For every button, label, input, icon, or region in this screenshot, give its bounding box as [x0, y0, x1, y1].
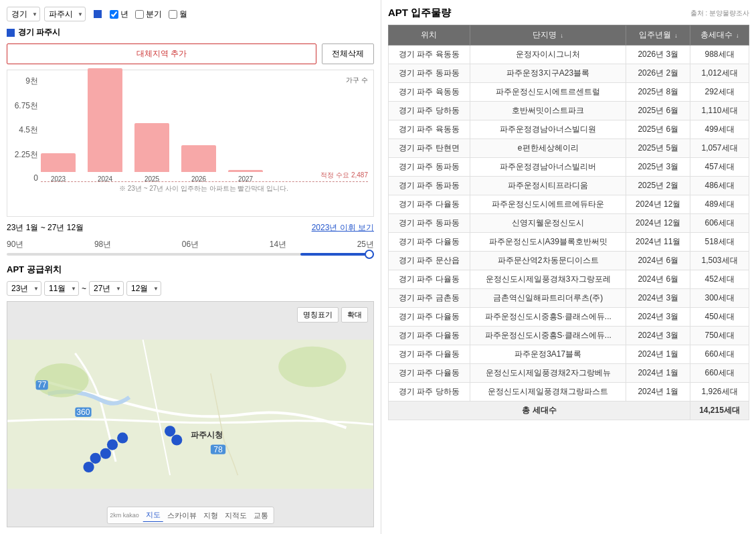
slider-track[interactable]	[7, 253, 374, 256]
cell-location: 경기 파주 육동동	[389, 120, 470, 139]
region2-dropdown[interactable]: 파주시	[44, 7, 86, 21]
chart-note: ※ 23년 ~ 27년 사이 입주하는 아파트는 빨간막대 입니다.	[41, 184, 367, 193]
delete-all-button[interactable]: 전체삭제	[322, 43, 374, 64]
to-month-dropdown[interactable]: 12월	[126, 281, 161, 296]
table-row[interactable]: 경기 파주 동파동신영지웰운정신도시2024년 12월606세대	[389, 214, 749, 233]
cell-units: 300세대	[690, 289, 749, 308]
table-row[interactable]: 경기 파주 동파동파주운정3지구A23블록2026년 2월1,012세대	[389, 64, 749, 83]
cell-complex: 파주운정경남아너스빌리버	[470, 158, 626, 177]
table-row[interactable]: 경기 파주 문산읍파주문산역2차동문디이스트2024년 6월1,503세대	[389, 252, 749, 270]
cell-date: 2025년 6월	[626, 102, 690, 120]
cell-location: 경기 파주 다율동	[389, 270, 470, 289]
table-header: 위치 단지명 ↓ 입주년월 ↓ 총세대수 ↓	[389, 25, 749, 46]
from-year-wrapper: 23년	[7, 281, 41, 296]
apt-supply-title: APT 공급위치	[7, 264, 374, 276]
y-axis-labels: 9천 6.75천 4.5천 2.25천 0	[9, 76, 38, 183]
svg-point-13	[90, 453, 101, 464]
bar-2023-rect	[41, 153, 76, 172]
slider-label-06: 06년	[182, 239, 199, 250]
table-total-row: 총 세대수14,215세대	[389, 402, 749, 420]
year-checkbox-label[interactable]: 년	[110, 9, 128, 20]
cell-complex: 신영지웰운정신도시	[470, 214, 626, 233]
cell-date: 2025년 5월	[626, 139, 690, 158]
cell-complex: 운정신도시제일풍경채3자그랑포레	[470, 270, 626, 289]
svg-point-14	[83, 462, 94, 472]
col-units[interactable]: 총세대수 ↓	[690, 25, 749, 46]
left-panel: 경기 파주시 년 분기 월 경기 파주시	[0, 0, 381, 534]
map-type-cadastral[interactable]: 지적도	[222, 509, 250, 522]
svg-point-10	[107, 439, 118, 450]
table-row[interactable]: 경기 파주 당하동호반써밋이스트파크2025년 6월1,110세대	[389, 102, 749, 120]
cell-date: 2024년 6월	[626, 270, 690, 289]
date-range-label: 23년 1월 ~ 27년 12월	[7, 222, 84, 234]
slider-label-14: 14년	[270, 239, 286, 250]
table-row[interactable]: 경기 파주 당하동운정신도시제일풍경채그랑파스트2024년 1월1,926세대	[389, 383, 749, 402]
panel-header: APT 입주물량 출처 : 분양물량조사	[388, 7, 749, 19]
cell-units: 750세대	[690, 327, 749, 345]
table-row[interactable]: 경기 파주 동파동파주운정경남아너스빌리버2025년 3월457세대	[389, 158, 749, 177]
map-type-terrain[interactable]: 지형	[201, 509, 221, 522]
add-region-button[interactable]: 대체지역 추가	[7, 43, 316, 64]
region1-dropdown[interactable]: 경기	[7, 7, 40, 21]
total-label: 총 세대수	[389, 402, 690, 420]
region-text: 경기 파주시	[18, 27, 60, 38]
cell-units: 450세대	[690, 308, 749, 327]
table-row[interactable]: 경기 파주 육동동파주운정경남아너스빌디원2025년 6월499세대	[389, 120, 749, 139]
col-date[interactable]: 입주년월 ↓	[626, 25, 690, 46]
y-label-9k: 9천	[9, 76, 38, 87]
table-row[interactable]: 경기 파주 다율동파주운정신도시중흥S·클래스에듀...2024년 3월750세…	[389, 327, 749, 345]
bar-2025: 2025	[134, 123, 169, 183]
to-year-dropdown[interactable]: 27년	[89, 281, 124, 296]
table-body: 경기 파주 육동동운정자이시그니처2026년 3월988세대경기 파주 동파동파…	[389, 46, 749, 420]
table-row[interactable]: 경기 파주 다율동운정신도시제일풍경채2자그랑베뉴2024년 1월660세대	[389, 364, 749, 383]
cell-location: 경기 파주 다율동	[389, 308, 470, 327]
map-type-traffic[interactable]: 교통	[251, 509, 271, 522]
cell-date: 2025년 2월	[626, 177, 690, 195]
table-row[interactable]: 경기 파주 육동동운정자이시그니처2026년 3월988세대	[389, 46, 749, 64]
cell-location: 경기 파주 동파동	[389, 177, 470, 195]
map-label-button[interactable]: 명칭표기	[297, 307, 339, 323]
cell-units: 1,503세대	[690, 252, 749, 270]
col-complex[interactable]: 단지명 ↓	[470, 25, 626, 46]
col-location[interactable]: 위치	[389, 25, 470, 46]
total-value: 14,215세대	[690, 402, 749, 420]
cell-location: 경기 파주 동파동	[389, 158, 470, 177]
bar-chart: 가구 수 9천 6.75천 4.5천 2.25천 0 적정 수요 2,487 2…	[7, 70, 374, 217]
map-type-map[interactable]: 지도	[143, 509, 163, 522]
cell-units: 1,057세대	[690, 139, 749, 158]
cell-date: 2024년 11월	[626, 233, 690, 252]
history-link[interactable]: 2023년 이휘 보기	[312, 222, 374, 234]
svg-point-16	[171, 434, 182, 445]
table-row[interactable]: 경기 파주 다율동파주운정신도시에트르에듀타운2024년 12월489세대	[389, 195, 749, 214]
quarter-checkbox-label[interactable]: 분기	[135, 9, 162, 20]
table-row[interactable]: 경기 파주 다율동파주운정신도시A39블록호반써밋2024년 11월518세대	[389, 233, 749, 252]
bar-2026-rect	[181, 145, 216, 172]
cell-date: 2024년 6월	[626, 252, 690, 270]
table-row[interactable]: 경기 파주 다율동파주운정신도시중흥S·클래스에듀...2024년 3월450세…	[389, 308, 749, 327]
table-row[interactable]: 경기 파주 육동동파주운정신도시에트르센트럴2025년 8월292세대	[389, 83, 749, 102]
year-checkbox[interactable]	[110, 10, 118, 19]
from-year-dropdown[interactable]: 23년	[7, 281, 41, 296]
map-expand-button[interactable]: 확대	[341, 307, 368, 323]
cell-date: 2025년 3월	[626, 158, 690, 177]
table-row[interactable]: 경기 파주 동파동파주운정시티프라디움2025년 2월486세대	[389, 177, 749, 195]
map-type-sky[interactable]: 스카이뷰	[165, 509, 199, 522]
cell-units: 660세대	[690, 364, 749, 383]
table-row[interactable]: 경기 파주 다율동파주운정3A17블록2024년 1월660세대	[389, 345, 749, 364]
cell-complex: 운정자이시그니처	[470, 46, 626, 64]
cell-location: 경기 파주 동파동	[389, 64, 470, 83]
to-year-wrapper: 27년	[89, 281, 124, 296]
month-checkbox-label[interactable]: 월	[169, 9, 187, 20]
cell-complex: e편한세상헤이리	[470, 139, 626, 158]
quarter-checkbox[interactable]	[135, 10, 144, 19]
bar-2026: 2026	[181, 145, 216, 183]
cell-units: 452세대	[690, 270, 749, 289]
from-month-dropdown[interactable]: 11월	[44, 281, 79, 296]
table-row[interactable]: 경기 파주 금촌동금촌역신일해파트리더루츠(주)2024년 3월300세대	[389, 289, 749, 308]
table-row[interactable]: 경기 파주 탄현면e편한세상헤이리2025년 5월1,057세대	[389, 139, 749, 158]
month-checkbox[interactable]	[169, 10, 177, 19]
apt-table: 위치 단지명 ↓ 입주년월 ↓ 총세대수 ↓ 경기 파주 육동동운정자이시그니처…	[388, 25, 749, 420]
slider-thumb[interactable]	[365, 250, 374, 259]
dashed-line	[41, 181, 368, 182]
table-row[interactable]: 경기 파주 다율동운정신도시제일풍경채3자그랑포레2024년 6월452세대	[389, 270, 749, 289]
